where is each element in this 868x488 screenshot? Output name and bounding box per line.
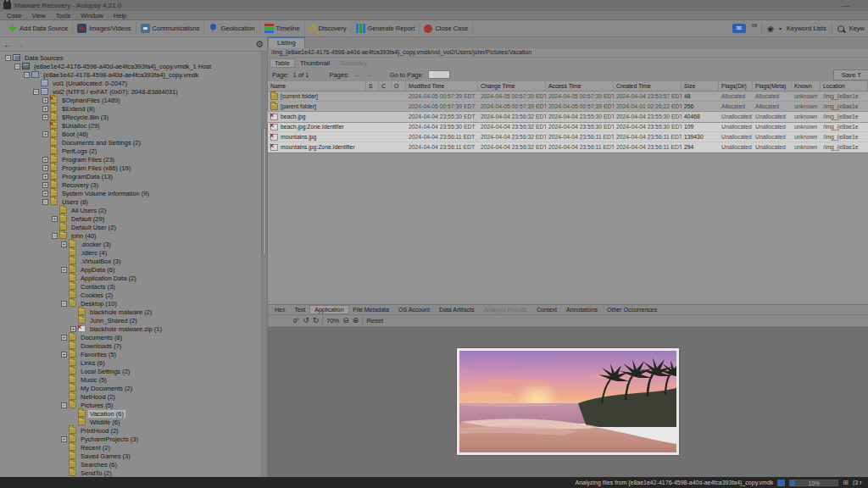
tree-item[interactable]: PerfLogs (2): [0, 147, 261, 155]
tree-expander[interactable]: [70, 326, 76, 332]
forward-button[interactable]: →: [15, 40, 24, 49]
tree-item[interactable]: Documents (8): [0, 333, 261, 341]
tree-expander[interactable]: [61, 352, 67, 358]
back-button[interactable]: ←: [3, 40, 12, 49]
tree-expander[interactable]: [42, 114, 48, 120]
tree-item[interactable]: Users (8): [0, 197, 261, 206]
tree-expander[interactable]: [42, 174, 48, 180]
tab-listing[interactable]: Listing: [268, 36, 305, 48]
tree-item[interactable]: .VirtualBox (3): [0, 257, 261, 265]
tree-item[interactable]: Saved Games (3): [0, 452, 261, 460]
keyword-search-icon[interactable]: [837, 25, 844, 32]
col-flags-dir[interactable]: Flags(Dir): [719, 81, 753, 91]
tree-expander[interactable]: [42, 131, 48, 137]
tree-item[interactable]: Boot (46): [0, 130, 261, 138]
col-name[interactable]: Name: [268, 81, 366, 91]
rotate-cw-button[interactable]: ↻: [313, 316, 320, 324]
tree-item[interactable]: john (40): [0, 231, 261, 240]
tree-item[interactable]: AppData (6): [0, 265, 261, 274]
tree-expander[interactable]: [61, 241, 67, 247]
tree-item[interactable]: blackhole malware (2): [0, 308, 261, 316]
tree-expander[interactable]: [42, 106, 48, 112]
menu-item[interactable]: Help: [108, 12, 131, 19]
toolbar-button[interactable]: Generate Report: [352, 22, 420, 36]
tree-item[interactable]: Documents and Settings (2): [0, 138, 261, 147]
tree-item[interactable]: Contacts (3): [0, 282, 261, 291]
tree-item[interactable]: Default User (2): [0, 223, 261, 231]
tree-item[interactable]: PycharmProjects (3): [0, 435, 261, 443]
reset-button[interactable]: Reset: [366, 317, 383, 324]
tree-item[interactable]: $OrphanFiles (1489): [0, 96, 261, 104]
tree-item[interactable]: blackhole malware.zip (1): [0, 324, 261, 333]
tree-scrollbar[interactable]: [261, 52, 267, 477]
tree-item[interactable]: .docker (3): [0, 240, 261, 248]
table-row[interactable]: beach.jpg:Zone.Identifier 2024-04-04 23:…: [268, 122, 868, 132]
content-viewer-tab[interactable]: OS Account: [394, 306, 434, 313]
content-viewer-tab[interactable]: Application: [310, 306, 348, 313]
tree-item[interactable]: Links (6): [0, 358, 261, 367]
col-modified[interactable]: Modified Time: [406, 81, 478, 91]
toolbar-button[interactable]: Discovery: [305, 22, 352, 36]
tree-item[interactable]: Favorites (5): [0, 350, 261, 358]
tree-item[interactable]: John_Shared (2): [0, 316, 261, 324]
views-eye-icon[interactable]: ◉: [767, 25, 774, 33]
content-viewer-tab[interactable]: Data Artifacts: [435, 306, 479, 313]
col-s[interactable]: S: [366, 81, 379, 91]
tree-expander[interactable]: [61, 267, 67, 273]
col-access[interactable]: Access Time: [546, 81, 614, 91]
tree-item[interactable]: vol1 (Unallocated: 0-2047): [0, 79, 261, 87]
zoom-out-button[interactable]: ⊖: [342, 316, 349, 324]
prev-page-button[interactable]: ←: [353, 70, 361, 79]
col-location[interactable]: Location: [821, 81, 868, 91]
tree-item[interactable]: Vacation (6): [0, 409, 261, 418]
view-tab[interactable]: Summary: [336, 59, 371, 67]
tree-item[interactable]: Recent (2): [0, 443, 261, 452]
col-known[interactable]: Known: [792, 81, 821, 91]
tree-item[interactable]: System Volume Information (9): [0, 189, 261, 197]
tree-item[interactable]: Searches (6): [0, 460, 261, 469]
save-table-button[interactable]: Save T: [833, 69, 868, 80]
toolbar-button[interactable]: Images/Videos: [73, 22, 136, 36]
tree-item[interactable]: $Unalloc (29): [0, 121, 261, 130]
keyword-search-button[interactable]: Keyw: [849, 25, 865, 32]
next-page-button[interactable]: →: [365, 70, 373, 79]
tree-expander[interactable]: [42, 165, 48, 171]
tree-item[interactable]: $Extend (8): [0, 104, 261, 113]
col-change[interactable]: Change Time: [478, 81, 546, 91]
tree-expander[interactable]: [42, 97, 48, 103]
tree-item[interactable]: $Recycle.Bin (3): [0, 113, 261, 121]
tree-item[interactable]: My Documents (2): [0, 384, 261, 392]
tree-item[interactable]: Cookies (2): [0, 291, 261, 299]
rotate-ccw-button[interactable]: ↺: [303, 316, 309, 324]
tree-expander[interactable]: [52, 233, 58, 239]
tree-expander[interactable]: [33, 89, 39, 95]
tree-item[interactable]: Music (5): [0, 375, 261, 384]
tree-item[interactable]: Data Sources: [0, 53, 261, 62]
tree-expander[interactable]: [42, 191, 48, 197]
table-row[interactable]: mountains.jpg:Zone.Identifier 2024-04-04…: [268, 142, 868, 152]
tree-expander[interactable]: [42, 157, 48, 163]
col-o[interactable]: O: [392, 81, 406, 91]
tree-expander[interactable]: [14, 64, 20, 69]
menu-item[interactable]: View: [27, 12, 51, 19]
tree-expander[interactable]: [24, 72, 30, 78]
tree-expander[interactable]: [42, 199, 48, 205]
tree-expander[interactable]: [61, 436, 67, 442]
minimize-button[interactable]: —: [842, 2, 865, 10]
col-flags-meta[interactable]: Flags(Meta): [753, 81, 792, 91]
table-row[interactable]: mountains.jpg 2024-04-04 23:56:11 EDT 20…: [268, 132, 868, 142]
menu-item[interactable]: Case: [2, 12, 27, 19]
tree-item[interactable]: Pictures (5): [0, 401, 261, 409]
tree-expander[interactable]: [5, 55, 11, 61]
content-viewer-tab[interactable]: File Metadata: [349, 306, 393, 313]
tree-item[interactable]: Recovery (3): [0, 180, 261, 189]
tree-scrollbar-thumb[interactable]: [263, 128, 266, 255]
toolbar-button[interactable]: Geolocation: [204, 22, 259, 36]
toolbar-button[interactable]: Add Data Source: [3, 22, 73, 36]
tree-item[interactable]: {e8ae1e42-4176-4598-a40d-ae4fca393fa4}_c…: [0, 70, 261, 79]
menu-item[interactable]: Window: [75, 12, 108, 19]
tree-item[interactable]: {e8ae1e42-4176-4598-a40d-ae4fca393fa4}_c…: [0, 62, 261, 70]
col-created[interactable]: Created Time: [614, 81, 682, 91]
toolbar-button[interactable]: Communications: [136, 22, 205, 36]
tree-item[interactable]: Local Settings (2): [0, 367, 261, 375]
